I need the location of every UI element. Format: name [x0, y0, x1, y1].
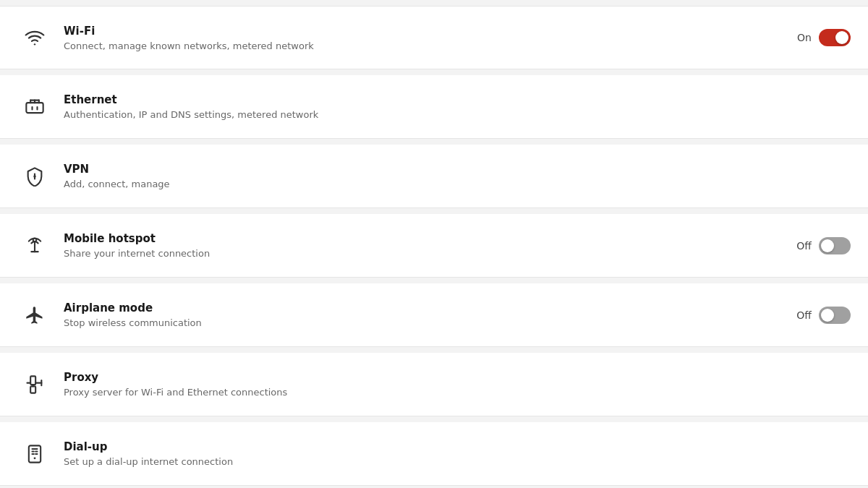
- hotspot-toggle-knob: [821, 239, 834, 252]
- airplane-toggle-knob: [821, 309, 834, 322]
- hotspot-toggle-container: Off: [796, 237, 851, 254]
- setting-item-wifi[interactable]: Wi-Fi Connect, manage known networks, me…: [0, 6, 868, 69]
- wifi-desc: Connect, manage known networks, metered …: [64, 40, 797, 51]
- svg-point-3: [33, 175, 36, 178]
- dialup-title: Dial-up: [64, 440, 851, 453]
- hotspot-desc: Share your internet connection: [64, 248, 796, 259]
- wifi-title: Wi-Fi: [64, 25, 797, 38]
- wifi-toggle-knob: [835, 31, 848, 44]
- vpn-text: VPN Add, connect, manage: [64, 163, 851, 189]
- wifi-text: Wi-Fi Connect, manage known networks, me…: [64, 25, 797, 51]
- hotspot-toggle[interactable]: [819, 237, 851, 254]
- svg-point-13: [34, 457, 36, 459]
- proxy-desc: Proxy server for Wi-Fi and Ethernet conn…: [64, 387, 851, 398]
- wifi-toggle-label: On: [797, 32, 812, 43]
- svg-rect-7: [30, 386, 35, 393]
- ethernet-title: Ethernet: [64, 93, 851, 106]
- ethernet-text: Ethernet Authentication, IP and DNS sett…: [64, 93, 851, 120]
- setting-item-ethernet[interactable]: Ethernet Authentication, IP and DNS sett…: [0, 75, 868, 139]
- wifi-icon: [17, 20, 52, 55]
- hotspot-title: Mobile hotspot: [64, 232, 796, 245]
- ethernet-icon: [17, 90, 52, 124]
- wifi-toggle[interactable]: [819, 29, 851, 46]
- setting-item-mobile-hotspot[interactable]: Mobile hotspot Share your internet conne…: [0, 214, 868, 278]
- hotspot-text: Mobile hotspot Share your internet conne…: [64, 232, 796, 259]
- proxy-text: Proxy Proxy server for Wi-Fi and Etherne…: [64, 371, 851, 398]
- vpn-desc: Add, connect, manage: [64, 179, 851, 189]
- setting-item-vpn[interactable]: VPN Add, connect, manage: [0, 145, 868, 208]
- settings-list: Wi-Fi Connect, manage known networks, me…: [0, 0, 868, 488]
- svg-rect-6: [30, 376, 35, 385]
- hotspot-icon: [17, 228, 52, 263]
- svg-rect-12: [29, 445, 41, 462]
- vpn-title: VPN: [64, 163, 851, 176]
- dialup-icon: [17, 437, 52, 471]
- hotspot-toggle-label: Off: [796, 240, 812, 252]
- wifi-toggle-container: On: [797, 29, 851, 46]
- setting-item-proxy[interactable]: Proxy Proxy server for Wi-Fi and Etherne…: [0, 353, 868, 416]
- setting-item-dial-up[interactable]: Dial-up Set up a dial-up internet connec…: [0, 422, 868, 486]
- airplane-toggle[interactable]: [819, 307, 851, 324]
- svg-rect-1: [26, 103, 43, 113]
- vpn-icon: [17, 159, 52, 194]
- svg-point-0: [34, 43, 35, 45]
- airplane-text: Airplane mode Stop wireless communicatio…: [64, 301, 796, 328]
- proxy-title: Proxy: [64, 371, 851, 384]
- dialup-text: Dial-up Set up a dial-up internet connec…: [64, 440, 851, 467]
- airplane-toggle-container: Off: [796, 307, 851, 324]
- ethernet-desc: Authentication, IP and DNS settings, met…: [64, 109, 851, 120]
- airplane-desc: Stop wireless communication: [64, 317, 796, 328]
- airplane-icon: [17, 298, 52, 333]
- proxy-icon: [17, 367, 52, 402]
- airplane-toggle-label: Off: [796, 309, 812, 321]
- dialup-desc: Set up a dial-up internet connection: [64, 456, 851, 467]
- setting-item-airplane-mode[interactable]: Airplane mode Stop wireless communicatio…: [0, 283, 868, 347]
- airplane-title: Airplane mode: [64, 301, 796, 314]
